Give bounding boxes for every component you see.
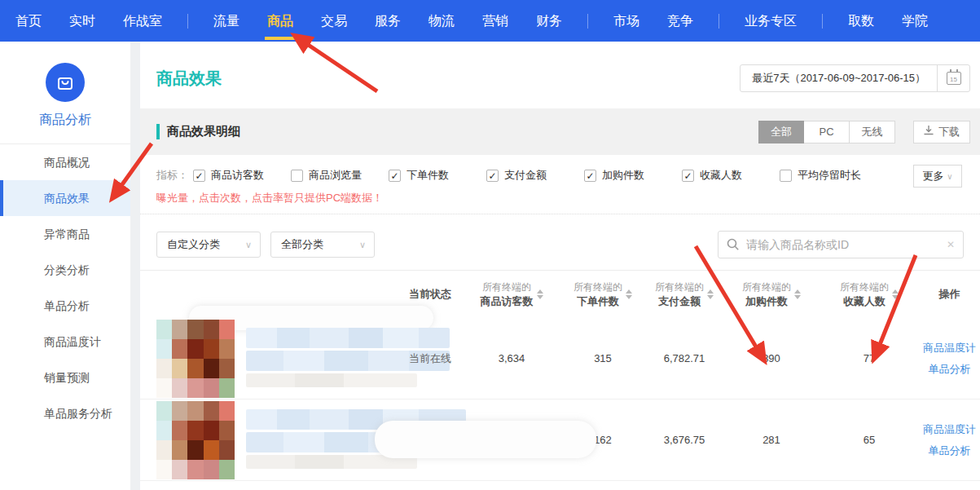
status-cell: 当前在线 — [398, 351, 463, 366]
sidebar-item-category-analysis[interactable]: 分类分析 — [0, 252, 130, 288]
thermometer-link[interactable]: 商品温度计 — [919, 338, 980, 359]
checkbox-icon[interactable]: ✓ — [682, 170, 694, 182]
section-title: 商品效果明细 — [156, 124, 240, 139]
section-header-band: 商品效果明细 全部 PC 无线 下载 — [140, 108, 980, 155]
sidebar-header: 商品分析 — [0, 42, 130, 144]
nav-home[interactable]: 首页 — [2, 0, 55, 42]
single-item-analysis-link[interactable]: 单品分析 — [919, 440, 980, 461]
nav-finance[interactable]: 财务 — [522, 0, 576, 42]
chevron-down-icon: ∨ — [359, 240, 366, 250]
all-category-select[interactable]: 全部分类 ∨ — [270, 232, 375, 258]
nav-service[interactable]: 服务 — [361, 0, 415, 42]
metric-option-avg-stay[interactable]: 平均停留时长 — [780, 168, 894, 183]
col-orders[interactable]: 所有终端的下单件数 — [560, 280, 645, 309]
sidebar-item-product-thermometer[interactable]: 商品温度计 — [0, 324, 130, 360]
pc-data-notice: 曝光量，点击次数，点击率暂只提供PC端数据！ — [156, 191, 970, 205]
sidebar-item-sales-forecast[interactable]: 销量预测 — [0, 360, 130, 395]
metric-option-orders[interactable]: ✓下单件数 — [389, 168, 486, 183]
payment-cell: 3,676.75 — [645, 434, 723, 446]
metrics-label: 指标： — [156, 168, 188, 183]
search-icon — [727, 238, 740, 251]
sidebar-item-product-effect[interactable]: 商品效果 — [0, 180, 130, 216]
nav-traffic[interactable]: 流量 — [200, 0, 253, 42]
cart-adds-cell: 281 — [723, 434, 820, 446]
col-visitors[interactable]: 所有终端的商品访客数 — [463, 280, 560, 309]
table-row: 2,152 162 3,676.75 281 65 商品温度计 单品分析 — [140, 400, 980, 481]
sort-icon[interactable] — [707, 289, 714, 299]
download-button[interactable]: 下载 — [913, 121, 970, 143]
sidebar-section-title: 商品分析 — [0, 112, 130, 129]
filter-row: 自定义分类 ∨ 全部分类 ∨ ✕ — [140, 214, 980, 270]
metric-option-payment[interactable]: ✓支付金额 — [486, 168, 584, 183]
product-cell — [156, 401, 398, 479]
nav-trade[interactable]: 交易 — [307, 0, 361, 42]
nav-logistics[interactable]: 物流 — [415, 0, 468, 42]
single-item-analysis-link[interactable]: 单品分析 — [919, 359, 980, 380]
nav-market[interactable]: 市场 — [600, 0, 653, 42]
sort-icon[interactable] — [537, 289, 543, 299]
thermometer-link[interactable]: 商品温度计 — [919, 419, 980, 440]
table-row: 当前在线 3,634 315 6,782.71 390 77 商品温度计 单品分… — [140, 318, 980, 400]
nav-business-zone[interactable]: 业务专区 — [731, 0, 811, 42]
clear-icon[interactable]: ✕ — [947, 239, 955, 250]
terminal-segmented-control: 全部 PC 无线 — [758, 121, 895, 143]
metric-option-pageviews[interactable]: 商品浏览量 — [291, 168, 389, 183]
checkbox-icon[interactable]: ✓ — [193, 170, 205, 182]
search-input[interactable] — [746, 238, 947, 251]
product-image-redacted — [156, 401, 235, 479]
terminal-tab-wireless[interactable]: 无线 — [850, 121, 895, 143]
nav-data-extract[interactable]: 取数 — [834, 0, 888, 42]
cart-adds-cell: 390 — [723, 352, 820, 364]
checkbox-icon[interactable] — [291, 170, 303, 182]
chevron-down-icon: ∨ — [947, 172, 952, 181]
nav-separator — [587, 14, 588, 29]
page-title: 商品效果 — [156, 68, 222, 90]
product-image-redacted — [156, 320, 235, 398]
nav-realtime[interactable]: 实时 — [55, 0, 109, 42]
sidebar-item-single-service-analysis[interactable]: 单品服务分析 — [0, 395, 130, 431]
terminal-controls: 全部 PC 无线 下载 — [758, 121, 970, 143]
nav-product[interactable]: 商品 — [253, 0, 307, 42]
sort-icon[interactable] — [794, 289, 801, 299]
sidebar-item-abnormal-products[interactable]: 异常商品 — [0, 216, 130, 252]
download-label: 下载 — [938, 121, 960, 143]
terminal-tab-all[interactable]: 全部 — [758, 121, 804, 143]
metric-option-cart-adds[interactable]: ✓加购件数 — [584, 168, 682, 183]
sort-icon[interactable] — [626, 289, 632, 299]
nav-separator — [187, 14, 188, 29]
calendar-button[interactable]: 15 — [937, 65, 969, 91]
metric-selector-block: 指标： ✓商品访客数 商品浏览量 ✓下单件数 ✓支付金额 ✓加购件数 ✓收藏人数… — [140, 155, 980, 214]
product-search-box[interactable]: ✕ — [718, 231, 964, 258]
nav-marketing[interactable]: 营销 — [468, 0, 522, 42]
visitors-cell: 3,634 — [463, 352, 560, 364]
metric-option-visitors[interactable]: ✓商品访客数 — [193, 168, 291, 183]
sidebar-item-product-overview[interactable]: 商品概况 — [0, 144, 130, 180]
metric-option-favorites[interactable]: ✓收藏人数 — [682, 168, 780, 183]
more-metrics-button[interactable]: 更多 ∨ — [913, 165, 962, 188]
sort-icon[interactable] — [892, 289, 899, 299]
nav-academy[interactable]: 学院 — [888, 0, 942, 42]
product-cell — [156, 320, 398, 398]
checkbox-icon[interactable]: ✓ — [584, 170, 596, 182]
terminal-tab-pc[interactable]: PC — [804, 121, 850, 143]
nav-war-room[interactable]: 作战室 — [109, 0, 176, 42]
custom-category-select[interactable]: 自定义分类 ∨ — [156, 232, 261, 258]
col-cart-adds[interactable]: 所有终端的加购件数 — [723, 280, 820, 309]
sidebar-item-single-item-analysis[interactable]: 单品分析 — [0, 288, 130, 324]
checkbox-icon[interactable] — [780, 170, 792, 182]
calendar-icon: 15 — [947, 72, 961, 85]
redacted-status-blob — [375, 421, 596, 458]
nav-competition[interactable]: 竞争 — [653, 0, 707, 42]
bag-icon — [46, 63, 85, 102]
checkbox-icon[interactable]: ✓ — [389, 170, 401, 182]
actions-cell: 商品温度计 单品分析 — [919, 338, 980, 380]
col-favorites[interactable]: 所有终端的收藏人数 — [820, 280, 919, 309]
favorites-cell: 77 — [820, 352, 919, 364]
download-icon — [924, 121, 934, 143]
checkbox-icon[interactable]: ✓ — [486, 170, 499, 182]
date-range-picker[interactable]: 最近7天（2017-06-09~2017-06-15） 15 — [740, 64, 970, 92]
nav-separator — [719, 14, 719, 29]
favorites-cell: 65 — [820, 434, 919, 446]
col-payment[interactable]: 所有终端的支付金额 — [645, 280, 723, 309]
date-range-text: 最近7天（2017-06-09~2017-06-15） — [740, 65, 937, 91]
